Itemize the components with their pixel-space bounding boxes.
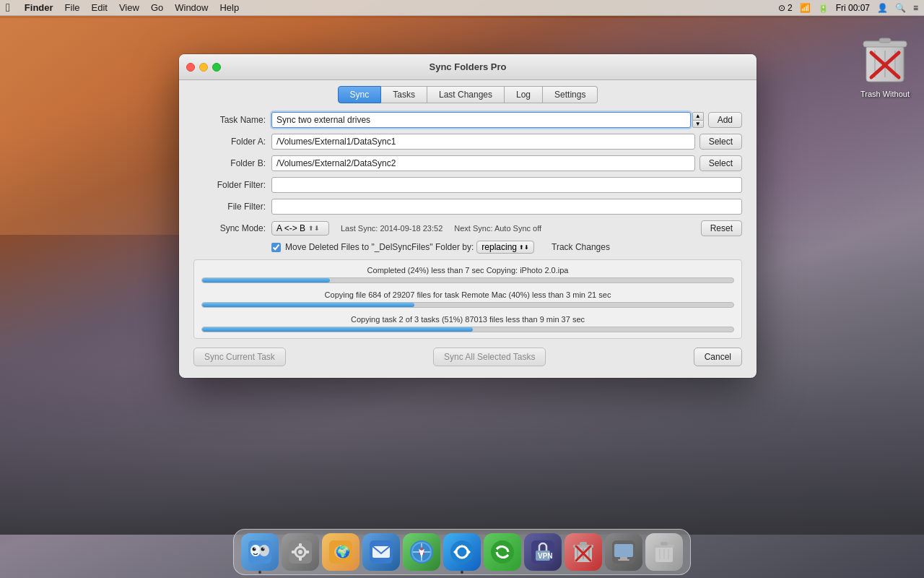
stepper-up[interactable]: ▲ — [692, 112, 704, 120]
select-b-button[interactable]: Select — [699, 155, 742, 171]
folder-a-label: Folder A: — [193, 137, 266, 147]
folder-b-input[interactable] — [271, 155, 695, 171]
task-name-label: Task Name: — [193, 115, 266, 125]
trash-large-icon — [860, 33, 910, 87]
progress-bar-bg-3 — [201, 327, 734, 332]
cancel-button[interactable]: Cancel — [694, 348, 742, 366]
last-sync-info: Last Sync: 2014-09-18 23:52 — [341, 224, 443, 233]
dock-sync2[interactable] — [484, 533, 521, 571]
trash-desktop-icon[interactable]: Trash Without — [860, 33, 910, 98]
progress-bar-bg-1 — [201, 277, 734, 283]
dock-screen-share[interactable] — [605, 533, 642, 571]
dock-finder[interactable] — [241, 533, 279, 571]
menu-finder[interactable]: Finder — [19, 2, 59, 13]
dock-safari[interactable] — [403, 533, 440, 571]
menu-window[interactable]: Window — [169, 2, 214, 13]
menu-go[interactable]: Go — [145, 2, 169, 13]
menubar-search[interactable]: 🔍 — [895, 3, 906, 13]
svg-point-12 — [253, 548, 256, 551]
tab-last-changes[interactable]: Last Changes — [427, 86, 505, 103]
sync-mode-label: Sync Mode: — [193, 223, 266, 233]
dock-trash-empty-icon[interactable] — [645, 533, 683, 571]
sync-mode-select[interactable]: A <-> B ⬆⬇ — [271, 221, 329, 236]
menubar-user[interactable]: 👤 — [877, 3, 888, 13]
move-deleted-checkbox[interactable] — [271, 243, 281, 252]
task-name-input[interactable] — [271, 112, 691, 128]
file-filter-row: File Filter: — [193, 199, 742, 215]
menubar-right: ⊙ 2 📶 🔋 Fri 00:07 👤 🔍 ≡ — [778, 3, 918, 13]
reset-button[interactable]: Reset — [701, 220, 742, 236]
folder-a-row: Folder A: Select — [193, 134, 742, 150]
dock-trash-red-icon[interactable] — [565, 533, 602, 571]
svg-rect-19 — [299, 543, 302, 547]
select-a-button[interactable]: Select — [699, 134, 742, 150]
dock-photos[interactable]: 🌍 — [322, 533, 359, 571]
menubar-control-center[interactable]: ⊙ 2 — [778, 3, 793, 13]
menubar:  Finder File Edit View Go Window Help ⊙… — [0, 0, 924, 16]
svg-rect-3 — [879, 38, 891, 43]
menu-help[interactable]: Help — [214, 2, 245, 13]
maximize-button[interactable] — [212, 63, 221, 72]
svg-rect-21 — [292, 551, 295, 553]
folder-b-label: Folder B: — [193, 158, 266, 168]
progress-text-2: Copying file 684 of 29207 files for task… — [201, 290, 734, 299]
titlebar: Sync Folders Pro — [179, 54, 757, 80]
svg-point-14 — [254, 548, 256, 549]
progress-item-1: Completed (24%) less than 7 sec Copying:… — [201, 266, 734, 283]
file-filter-label: File Filter: — [193, 202, 266, 212]
sync-mode-arrow: ⬆⬇ — [308, 225, 320, 232]
tab-tasks[interactable]: Tasks — [381, 86, 427, 103]
dock-mail[interactable] — [362, 533, 400, 571]
svg-point-15 — [263, 548, 264, 549]
progress-bar-fill-1 — [202, 278, 330, 282]
stepper-down[interactable]: ▼ — [692, 120, 704, 128]
progress-item-2: Copying file 684 of 29207 files for task… — [201, 290, 734, 308]
menu-file[interactable]: File — [59, 2, 86, 13]
svg-text:VPN: VPN — [538, 552, 553, 560]
window-title: Sync Folders Pro — [430, 61, 507, 72]
trash-label: Trash Without — [860, 90, 910, 98]
replacing-select[interactable]: replacing ⬆⬇ — [476, 241, 534, 254]
svg-text:🌍: 🌍 — [336, 545, 350, 558]
minimize-button[interactable] — [199, 63, 208, 72]
menubar-battery[interactable]: 🔋 — [818, 3, 829, 13]
replacing-value: replacing — [481, 242, 517, 252]
sync-all-button: Sync All Selected Tasks — [433, 348, 546, 366]
svg-rect-52 — [620, 557, 627, 559]
close-button[interactable] — [186, 63, 195, 72]
menu-view[interactable]: View — [113, 2, 145, 13]
traffic-lights — [186, 63, 221, 72]
window-content: Task Name: ▲ ▼ Add Folder A: Select Fold… — [179, 103, 757, 378]
menu-edit[interactable]: Edit — [86, 2, 113, 13]
folder-filter-row: Folder Filter: — [193, 177, 742, 193]
menubar-wifi[interactable]: 📶 — [800, 3, 811, 13]
progress-bar-fill-3 — [202, 327, 473, 332]
dock-vpn[interactable]: VPN — [524, 533, 562, 571]
file-filter-input[interactable] — [271, 199, 742, 215]
folder-filter-label: Folder Filter: — [193, 180, 266, 190]
app-window: Sync Folders Pro Sync Tasks Last Changes… — [179, 54, 757, 378]
dock-system-preferences[interactable] — [282, 533, 319, 571]
progress-section: Completed (24%) less than 7 sec Copying:… — [193, 259, 742, 339]
tab-settings[interactable]: Settings — [543, 86, 598, 103]
svg-rect-53 — [618, 559, 629, 561]
sync-mode-value: A <-> B — [276, 223, 305, 233]
progress-bar-bg-2 — [201, 302, 734, 308]
apple-menu[interactable]:  — [6, 1, 10, 14]
add-button[interactable]: Add — [708, 112, 742, 128]
task-name-stepper[interactable]: ▲ ▼ — [692, 112, 704, 128]
tab-log[interactable]: Log — [505, 86, 543, 103]
bottom-buttons: Sync Current Task Sync All Selected Task… — [193, 348, 742, 366]
svg-rect-20 — [299, 557, 302, 561]
sync-mode-row: Sync Mode: A <-> B ⬆⬇ Last Sync: 2014-09… — [193, 220, 742, 236]
move-deleted-row: Move Deleted Files to "_DelSyncFiles" Fo… — [271, 241, 742, 254]
svg-point-13 — [261, 548, 265, 551]
svg-rect-51 — [614, 544, 633, 557]
menubar-menu[interactable]: ≡ — [913, 3, 918, 13]
folder-filter-input[interactable] — [271, 177, 742, 193]
dock-sync-folders[interactable] — [443, 533, 481, 571]
tab-sync[interactable]: Sync — [338, 86, 382, 103]
folder-a-input[interactable] — [271, 134, 695, 150]
svg-rect-22 — [305, 551, 309, 553]
move-deleted-label: Move Deleted Files to "_DelSyncFiles" Fo… — [285, 242, 474, 252]
